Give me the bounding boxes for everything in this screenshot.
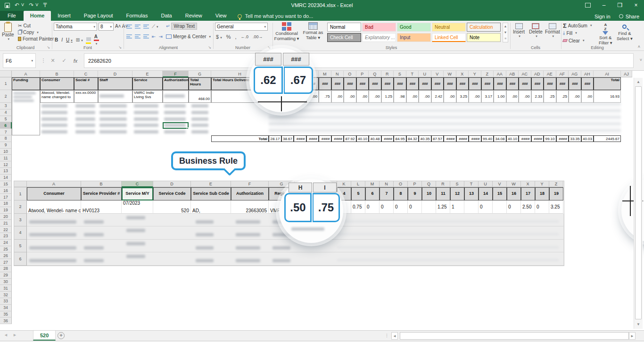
align-center-icon[interactable] — [135, 34, 140, 39]
undo-icon[interactable]: ↶ ˅ — [15, 2, 24, 8]
t1-hash-Q[interactable]: ### — [369, 77, 381, 90]
tab-insert[interactable]: Insert — [51, 11, 77, 21]
row-header-35[interactable]: 35 — [0, 311, 12, 318]
comma-style-button[interactable]: , — [235, 34, 236, 40]
scroll-up-icon[interactable]: ▲ — [635, 79, 642, 85]
t1-cell[interactable]: .00 — [469, 90, 481, 103]
t1-total-cell[interactable]: 34.08 — [494, 135, 506, 142]
scroll-right-icon[interactable]: ► — [629, 332, 636, 340]
enter-entry-icon[interactable]: ✓ — [58, 53, 70, 68]
t1-total-cell[interactable]: #### — [381, 135, 394, 142]
align-middle-icon[interactable] — [135, 25, 140, 29]
t1-grand-total-cell[interactable]: 2445.67 — [594, 135, 621, 142]
percent-style-button[interactable]: % — [226, 34, 231, 40]
collapse-ribbon-icon[interactable]: ˄ — [638, 44, 640, 49]
row-header-20[interactable]: 20 — [0, 214, 12, 220]
fill-button[interactable]: ⤓Fill▾ — [563, 29, 577, 37]
t1-total-cell[interactable]: #### — [456, 135, 469, 142]
align-top-icon[interactable] — [126, 25, 132, 29]
row-header-34[interactable]: 34 — [0, 305, 12, 311]
row-header-1[interactable]: 1 — [0, 77, 12, 90]
column-header-F[interactable]: F — [163, 71, 189, 77]
row-header-28[interactable]: 28 — [0, 266, 12, 272]
t1-header-G[interactable]: Total Hours — [189, 77, 211, 90]
t1-cell[interactable]: .00 — [581, 90, 594, 103]
t1-hash-N[interactable]: ### — [331, 77, 344, 90]
t1-total-cell[interactable]: 33.35 — [569, 135, 581, 142]
conditional-formatting-button[interactable]: ConditionalFormatting ▾ — [273, 22, 300, 41]
tab-review[interactable]: Review — [179, 11, 209, 21]
column-header-AI[interactable]: AI — [594, 71, 621, 77]
sign-in-link[interactable]: Sign in — [594, 14, 611, 19]
t1-total-cell[interactable]: 40.10 — [356, 135, 369, 142]
t1-total-cell[interactable]: 40.35 — [419, 135, 431, 142]
orientation-button[interactable]: ⟋▾ — [152, 24, 158, 29]
font-name-combo[interactable]: Tahoma▾ — [54, 23, 97, 31]
t1-hash-AD[interactable]: ### — [531, 77, 544, 90]
t1-header-E[interactable]: Service — [132, 77, 163, 90]
borders-button[interactable]: ⊞▾ — [76, 37, 83, 42]
t1-hash-AE[interactable]: ### — [544, 77, 556, 90]
t1-hash-V[interactable]: ### — [431, 77, 444, 90]
tell-me-box[interactable]: Tell me what you want to do... — [238, 13, 313, 21]
t1-total-cell[interactable]: 38.67 — [281, 135, 294, 142]
row-header-16[interactable]: 16 — [0, 187, 12, 194]
t1-cell[interactable]: .25 — [556, 90, 569, 103]
column-header-P[interactable]: P — [356, 71, 369, 77]
row-header-2[interactable]: 2 — [0, 90, 12, 103]
row-header-33[interactable]: 33 — [0, 298, 12, 305]
horizontal-scroll-thumb[interactable] — [400, 332, 629, 340]
row-header-19[interactable]: 19 — [0, 207, 12, 214]
t1-cell[interactable]: 2.42 — [431, 90, 444, 103]
t1-total-cell[interactable]: 28.17 — [269, 135, 281, 142]
t1-social-cell[interactable]: xxx-xx-0000 — [74, 90, 98, 103]
column-header-X[interactable]: X — [456, 71, 469, 77]
t1-cell[interactable]: .00 — [569, 90, 581, 103]
delete-cells-button[interactable]: Delete▾ — [529, 23, 543, 38]
t1-hash-R[interactable]: ### — [381, 77, 394, 90]
close-button[interactable]: × — [628, 0, 644, 10]
column-header-Z[interactable]: Z — [481, 71, 494, 77]
t1-cell[interactable]: .00 — [356, 90, 369, 103]
row-header-36[interactable]: 36 — [0, 317, 12, 324]
t1-total-cell[interactable]: 84.95 — [394, 135, 406, 142]
t1-header-B[interactable]: Consumer — [40, 77, 74, 90]
tab-page-layout[interactable]: Page Layout — [77, 11, 120, 21]
t1-cell[interactable]: .98 — [394, 90, 406, 103]
t1-hash-O[interactable]: ### — [344, 77, 356, 90]
row-header-23[interactable]: 23 — [0, 233, 12, 240]
column-header-S[interactable]: S — [394, 71, 406, 77]
increase-indent-icon[interactable]: ⇥ — [158, 34, 162, 39]
expand-formula-bar-icon[interactable]: ˅ — [640, 58, 642, 62]
t1-total-cell[interactable]: #### — [319, 135, 331, 142]
column-header-AF[interactable]: AF — [556, 71, 569, 77]
column-header-O[interactable]: O — [344, 71, 356, 77]
row-header-32[interactable]: 32 — [0, 292, 12, 298]
cell-style-check-cell[interactable]: Check Cell — [327, 33, 361, 42]
ribbon-display-options-icon[interactable] — [580, 0, 596, 10]
cut-button[interactable]: ✂Cut — [18, 23, 31, 28]
t1-cell[interactable]: 3.25 — [456, 90, 469, 103]
t1-cell[interactable]: .00 — [419, 90, 431, 103]
row-header-30[interactable]: 30 — [0, 279, 12, 285]
cell-style-explanatory-[interactable]: Explanatory ... — [362, 33, 396, 42]
t1-total-cell[interactable]: 84.32 — [406, 135, 419, 142]
scroll-down-icon[interactable]: ▼ — [635, 321, 642, 328]
underline-button[interactable]: U▾ — [66, 37, 73, 42]
name-box[interactable]: F6▾ — [3, 53, 36, 68]
t1-hash-AC[interactable]: ### — [519, 77, 531, 90]
row-header-4[interactable]: 4 — [0, 109, 12, 116]
redo-icon[interactable]: ↷ ˅ — [29, 2, 38, 8]
row-header-6[interactable]: 6 — [0, 122, 12, 129]
t1-hash-T[interactable]: ### — [406, 77, 419, 90]
row-header-12[interactable]: 12 — [0, 161, 12, 168]
t1-total-cell[interactable]: 87.57 — [431, 135, 444, 142]
t1-cell[interactable]: .00 — [344, 90, 356, 103]
column-header-B[interactable]: B — [40, 71, 74, 77]
column-header-AB[interactable]: AB — [506, 71, 519, 77]
number-dialog-launcher-icon[interactable]: ↘ — [267, 45, 271, 50]
horizontal-scrollbar[interactable]: ◄ ► — [391, 332, 642, 340]
row-header-7[interactable]: 7 — [0, 129, 12, 135]
cell-style-bad[interactable]: Bad — [362, 23, 396, 32]
column-header-N[interactable]: N — [331, 71, 344, 77]
